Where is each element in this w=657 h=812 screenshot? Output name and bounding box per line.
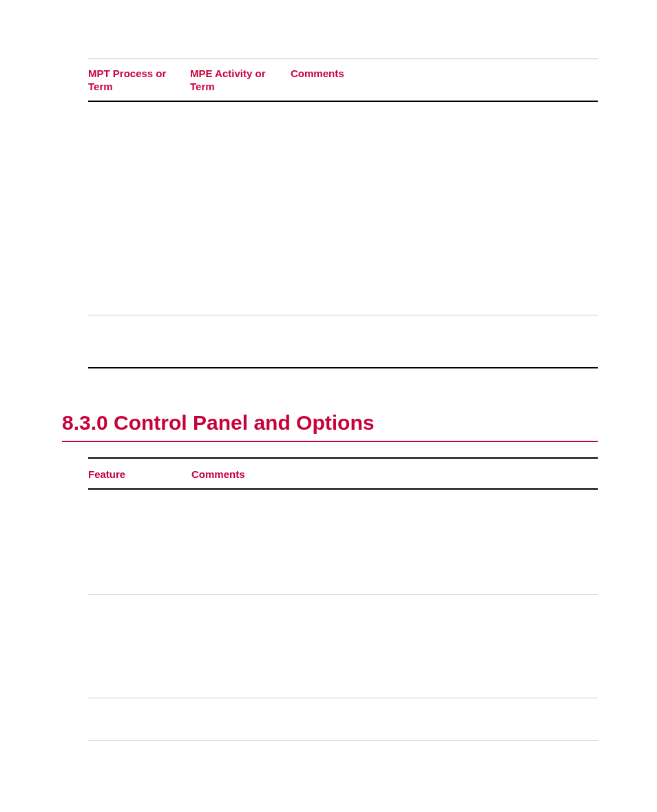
- section-heading-rule: [62, 441, 598, 442]
- col-header-comments: Comments: [291, 67, 598, 94]
- table-row-divider: [88, 315, 598, 315]
- section-heading: 8.3.0 Control Panel and Options: [62, 411, 598, 435]
- col-header-mpt: MPT Process or Term: [88, 67, 190, 94]
- col-header-mpe: MPE Activity or Term: [190, 67, 291, 94]
- table-row-divider: [88, 594, 598, 595]
- mpt-mpe-table: MPT Process or Term MPE Activity or Term…: [88, 59, 598, 102]
- col-header-comments: Comments: [191, 468, 598, 480]
- feature-table: Feature Comments: [88, 457, 598, 490]
- page: MPT Process or Term MPE Activity or Term…: [0, 0, 657, 812]
- table-top-rule: [88, 59, 598, 59]
- table-header-rule: [88, 488, 598, 490]
- table-header-rule: [88, 101, 598, 102]
- table-bottom-rule: [88, 367, 598, 368]
- table-header-row: MPT Process or Term MPE Activity or Term…: [88, 67, 598, 94]
- table-top-rule: [88, 457, 598, 459]
- table-row-divider: [88, 698, 598, 698]
- table-row-divider: [88, 740, 598, 741]
- table-header-row: Feature Comments: [88, 468, 598, 480]
- col-header-feature: Feature: [88, 468, 191, 480]
